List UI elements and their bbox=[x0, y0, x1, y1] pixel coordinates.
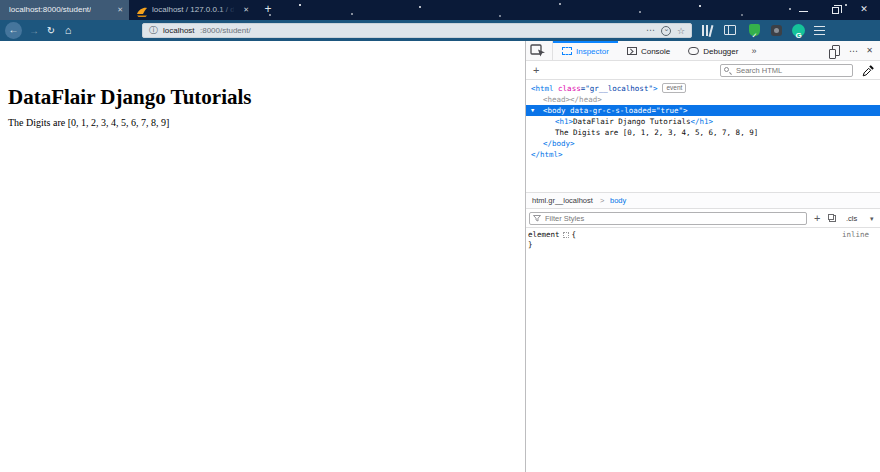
close-brace: } bbox=[528, 240, 533, 249]
search-html-wrap bbox=[720, 64, 853, 77]
library-button[interactable] bbox=[701, 25, 715, 37]
home-button[interactable]: ⌂ bbox=[61, 20, 75, 41]
eyedropper-icon bbox=[862, 65, 874, 77]
devtools-toolbar: Inspector Console Debugger » ⋯ ✕ bbox=[526, 41, 880, 61]
menu-button[interactable] bbox=[814, 26, 826, 35]
tab-label: Inspector bbox=[576, 47, 609, 56]
sidebar-button[interactable] bbox=[724, 25, 737, 36]
tab-label: Console bbox=[641, 47, 670, 56]
tab-close-icon[interactable]: ✕ bbox=[243, 0, 249, 20]
forward-button[interactable]: → bbox=[27, 20, 41, 41]
tab-bar: localhost:8000/student/ ✕ localhost / 12… bbox=[0, 0, 880, 20]
markup-node-head[interactable]: <head></head> bbox=[526, 94, 880, 105]
add-node-button[interactable]: + bbox=[533, 62, 539, 79]
markup-node-h1[interactable]: <h1>DataFlair Django Tutorials</h1> bbox=[526, 116, 880, 127]
pocket-icon[interactable]: ⌄ bbox=[661, 26, 671, 36]
tab-label: Debugger bbox=[703, 47, 738, 56]
library-icon bbox=[701, 25, 713, 36]
markup-node-body-close[interactable]: </body> bbox=[526, 138, 880, 149]
extension-icon[interactable] bbox=[771, 25, 782, 36]
back-button[interactable]: ← bbox=[5, 22, 22, 39]
twisty-expand-icon[interactable]: ▼ bbox=[531, 105, 543, 116]
tab-close-icon[interactable]: ✕ bbox=[117, 0, 123, 20]
tab-debugger[interactable]: Debugger bbox=[679, 41, 747, 61]
more-tabs-chevrons-icon[interactable]: » bbox=[747, 41, 760, 61]
breadcrumb-separator: > bbox=[600, 193, 604, 208]
url-bar[interactable]: ⓘ localhost :8000/student/ ⋯ ⌄ ☆ bbox=[142, 23, 692, 38]
tab-inspector[interactable]: Inspector bbox=[553, 41, 618, 61]
new-tab-button[interactable]: + bbox=[258, 0, 278, 20]
responsive-mode-icon bbox=[832, 45, 840, 56]
markup-node-body-selected[interactable]: ▼<body data-gr-c-s-loaded="true"> bbox=[526, 105, 880, 116]
bookmark-star-icon[interactable]: ☆ bbox=[677, 24, 685, 38]
debugger-icon bbox=[688, 47, 699, 55]
browser-tab-student[interactable]: localhost:8000/student/ ✕ bbox=[0, 0, 129, 20]
filter-styles-input[interactable] bbox=[529, 212, 807, 225]
site-info-icon[interactable]: ⓘ bbox=[149, 24, 158, 37]
console-icon bbox=[627, 47, 637, 55]
grammarly-letter: G bbox=[795, 31, 801, 40]
tab-console[interactable]: Console bbox=[618, 41, 679, 61]
open-brace: { bbox=[572, 230, 577, 239]
window-minimize-button[interactable] bbox=[793, 0, 815, 20]
grammarly-icon[interactable]: G bbox=[792, 24, 805, 37]
toggle-classes-button[interactable]: .cls bbox=[846, 210, 857, 227]
window-restore-button[interactable] bbox=[825, 0, 847, 20]
window-close-button[interactable]: ✕ bbox=[853, 0, 875, 20]
rule-selector[interactable]: element bbox=[528, 230, 560, 239]
minimize-icon bbox=[799, 11, 808, 12]
check-icon: ✓ bbox=[752, 32, 758, 39]
eyedropper-button[interactable] bbox=[862, 65, 874, 77]
devtools-close-icon[interactable]: ✕ bbox=[866, 41, 873, 61]
pocket-chevron: ⌄ bbox=[664, 25, 670, 33]
responsive-mode-button[interactable] bbox=[828, 45, 840, 57]
markup-text-node[interactable]: The Digits are [0, 1, 2, 3, 4, 5, 6, 7, … bbox=[526, 127, 880, 138]
hamburger-icon bbox=[814, 26, 825, 35]
avast-shield-icon[interactable]: ✓ bbox=[749, 24, 760, 36]
rule-element-open: element{inline bbox=[526, 230, 880, 240]
breadcrumb: html.gr__localhost > body bbox=[526, 192, 880, 209]
tab-title: localhost:8000/student/ bbox=[9, 0, 91, 20]
page-content: DataFlair Django Tutorials The Digits ar… bbox=[0, 41, 525, 472]
add-rule-button[interactable]: + bbox=[814, 210, 820, 227]
pick-element-button[interactable] bbox=[530, 44, 548, 58]
page-text: The Digits are [0, 1, 2, 3, 4, 5, 6, 7, … bbox=[8, 117, 169, 128]
search-html-input[interactable] bbox=[720, 64, 853, 77]
event-badge[interactable]: event bbox=[662, 83, 686, 93]
selector-highlighter-icon[interactable] bbox=[563, 232, 569, 238]
markup-node-html-close[interactable]: </html> bbox=[526, 149, 880, 160]
breadcrumb-body[interactable]: body bbox=[610, 193, 626, 208]
url-host: localhost bbox=[163, 24, 195, 37]
breadcrumb-html[interactable]: html.gr__localhost bbox=[532, 193, 593, 208]
restore-icon bbox=[832, 7, 839, 14]
filter-styles-wrap bbox=[529, 212, 807, 225]
sidebar-icon bbox=[724, 25, 736, 35]
page-actions-icon[interactable]: ⋯ bbox=[646, 24, 655, 37]
browser-window: localhost:8000/student/ ✕ localhost / 12… bbox=[0, 0, 880, 472]
browser-tab-phpmyadmin[interactable]: localhost / 127.0.0.1 / django ✕ bbox=[130, 0, 255, 20]
rules-view: element{inline } bbox=[526, 230, 880, 250]
devtools-menu-icon[interactable]: ⋯ bbox=[849, 41, 858, 61]
devtools-panel: Inspector Console Debugger » ⋯ ✕ + bbox=[525, 41, 880, 472]
styles-filter-row: + .cls ▾ bbox=[526, 210, 880, 228]
toggle-pseudo-classes-icon[interactable] bbox=[829, 215, 836, 222]
reload-button[interactable]: ↻ bbox=[44, 20, 58, 41]
rule-element-close: } bbox=[526, 240, 880, 250]
browser-toolbar: ← → ↻ ⌂ ⓘ localhost :8000/student/ ⋯ ⌄ ☆… bbox=[0, 20, 880, 41]
pick-element-icon bbox=[530, 44, 546, 57]
devtools-tabs: Inspector Console Debugger » bbox=[553, 41, 760, 61]
tab-title-fade bbox=[219, 0, 235, 20]
url-path: :8000/student/ bbox=[200, 24, 251, 37]
page-heading: DataFlair Django Tutorials bbox=[8, 85, 251, 110]
overflow-chevron-icon[interactable]: ▾ bbox=[870, 210, 874, 227]
phpmyadmin-favicon-icon bbox=[136, 4, 148, 16]
inspector-icon bbox=[562, 47, 572, 55]
devtools-search-row: + bbox=[526, 62, 880, 80]
markup-node-html[interactable]: <html class="gr__localhost">event bbox=[526, 83, 880, 94]
markup-view: <html class="gr__localhost">event <head>… bbox=[526, 81, 880, 192]
rule-source-link[interactable]: inline bbox=[842, 230, 869, 240]
